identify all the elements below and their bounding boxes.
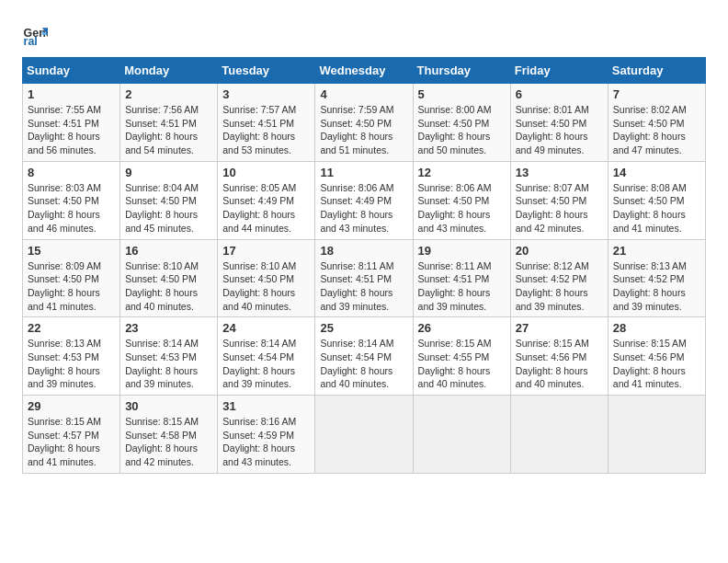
day-number: 31 bbox=[222, 399, 310, 413]
calendar-cell: 23Sunrise: 8:14 AMSunset: 4:53 PMDayligh… bbox=[120, 317, 218, 396]
day-detail: Sunrise: 8:11 AMSunset: 4:51 PMDaylight:… bbox=[320, 259, 407, 314]
day-number: 7 bbox=[613, 87, 700, 101]
day-detail: Sunrise: 8:13 AMSunset: 4:53 PMDaylight:… bbox=[28, 337, 115, 391]
day-number: 4 bbox=[320, 87, 407, 101]
day-detail: Sunrise: 8:13 AMSunset: 4:52 PMDaylight:… bbox=[613, 259, 700, 314]
calendar-cell: 7Sunrise: 8:02 AMSunset: 4:50 PMDaylight… bbox=[608, 84, 705, 162]
calendar-cell: 2Sunrise: 7:56 AMSunset: 4:51 PMDaylight… bbox=[120, 84, 218, 162]
calendar-cell: 11Sunrise: 8:06 AMSunset: 4:49 PMDayligh… bbox=[315, 161, 413, 239]
calendar-cell: 30Sunrise: 8:15 AMSunset: 4:58 PMDayligh… bbox=[120, 396, 218, 474]
svg-text:ral: ral bbox=[24, 35, 38, 48]
day-number: 29 bbox=[28, 399, 115, 413]
day-number: 22 bbox=[28, 321, 115, 335]
day-detail: Sunrise: 8:15 AMSunset: 4:56 PMDaylight:… bbox=[516, 337, 603, 391]
calendar-week-row: 22Sunrise: 8:13 AMSunset: 4:53 PMDayligh… bbox=[23, 317, 706, 396]
calendar-cell: 25Sunrise: 8:14 AMSunset: 4:54 PMDayligh… bbox=[315, 317, 413, 396]
calendar-cell: 15Sunrise: 8:09 AMSunset: 4:50 PMDayligh… bbox=[23, 239, 120, 317]
day-detail: Sunrise: 8:15 AMSunset: 4:57 PMDaylight:… bbox=[28, 415, 115, 469]
day-detail: Sunrise: 7:59 AMSunset: 4:50 PMDaylight:… bbox=[320, 103, 407, 157]
calendar-cell bbox=[413, 396, 510, 474]
day-number: 21 bbox=[613, 244, 700, 258]
header-day-monday: Monday bbox=[120, 58, 218, 84]
calendar-cell: 1Sunrise: 7:55 AMSunset: 4:51 PMDaylight… bbox=[23, 84, 120, 162]
day-detail: Sunrise: 8:10 AMSunset: 4:50 PMDaylight:… bbox=[222, 259, 310, 314]
calendar-cell: 19Sunrise: 8:11 AMSunset: 4:51 PMDayligh… bbox=[413, 239, 510, 317]
calendar-cell: 26Sunrise: 8:15 AMSunset: 4:55 PMDayligh… bbox=[413, 317, 510, 396]
day-detail: Sunrise: 7:57 AMSunset: 4:51 PMDaylight:… bbox=[222, 103, 310, 157]
calendar-week-row: 8Sunrise: 8:03 AMSunset: 4:50 PMDaylight… bbox=[23, 161, 706, 239]
calendar-cell: 14Sunrise: 8:08 AMSunset: 4:50 PMDayligh… bbox=[608, 161, 705, 239]
day-number: 13 bbox=[516, 166, 603, 179]
calendar-cell: 22Sunrise: 8:13 AMSunset: 4:53 PMDayligh… bbox=[23, 317, 120, 396]
day-detail: Sunrise: 8:00 AMSunset: 4:50 PMDaylight:… bbox=[418, 103, 506, 157]
header-day-friday: Friday bbox=[510, 58, 608, 84]
logo: Gene ral bbox=[22, 22, 51, 48]
day-number: 23 bbox=[125, 321, 212, 335]
calendar-cell: 12Sunrise: 8:06 AMSunset: 4:50 PMDayligh… bbox=[413, 161, 510, 239]
calendar-week-row: 1Sunrise: 7:55 AMSunset: 4:51 PMDaylight… bbox=[23, 84, 706, 162]
day-number: 28 bbox=[613, 321, 700, 335]
day-number: 17 bbox=[222, 244, 310, 258]
day-detail: Sunrise: 8:02 AMSunset: 4:50 PMDaylight:… bbox=[613, 103, 700, 157]
day-number: 8 bbox=[28, 166, 115, 179]
day-number: 16 bbox=[125, 244, 212, 258]
calendar-cell: 18Sunrise: 8:11 AMSunset: 4:51 PMDayligh… bbox=[315, 239, 413, 317]
calendar-cell: 17Sunrise: 8:10 AMSunset: 4:50 PMDayligh… bbox=[218, 239, 315, 317]
day-number: 6 bbox=[516, 87, 603, 101]
day-detail: Sunrise: 8:07 AMSunset: 4:50 PMDaylight:… bbox=[516, 181, 603, 236]
day-detail: Sunrise: 8:06 AMSunset: 4:49 PMDaylight:… bbox=[320, 181, 407, 236]
day-number: 18 bbox=[320, 244, 407, 258]
calendar-cell: 16Sunrise: 8:10 AMSunset: 4:50 PMDayligh… bbox=[120, 239, 218, 317]
header-day-thursday: Thursday bbox=[413, 58, 510, 84]
day-number: 12 bbox=[418, 166, 506, 179]
day-number: 15 bbox=[28, 244, 115, 258]
page-header: Gene ral bbox=[22, 18, 706, 48]
day-detail: Sunrise: 7:56 AMSunset: 4:51 PMDaylight:… bbox=[125, 103, 212, 157]
day-detail: Sunrise: 8:01 AMSunset: 4:50 PMDaylight:… bbox=[516, 103, 603, 157]
calendar-cell: 29Sunrise: 8:15 AMSunset: 4:57 PMDayligh… bbox=[23, 396, 120, 474]
calendar-week-row: 29Sunrise: 8:15 AMSunset: 4:57 PMDayligh… bbox=[23, 396, 706, 474]
day-detail: Sunrise: 8:15 AMSunset: 4:55 PMDaylight:… bbox=[418, 337, 506, 391]
day-detail: Sunrise: 8:14 AMSunset: 4:54 PMDaylight:… bbox=[222, 337, 310, 391]
day-detail: Sunrise: 8:04 AMSunset: 4:50 PMDaylight:… bbox=[125, 181, 212, 236]
day-detail: Sunrise: 8:15 AMSunset: 4:58 PMDaylight:… bbox=[125, 415, 212, 469]
day-detail: Sunrise: 8:11 AMSunset: 4:51 PMDaylight:… bbox=[418, 259, 506, 314]
day-number: 20 bbox=[516, 244, 603, 258]
calendar-cell: 6Sunrise: 8:01 AMSunset: 4:50 PMDaylight… bbox=[510, 84, 608, 162]
day-detail: Sunrise: 8:05 AMSunset: 4:49 PMDaylight:… bbox=[222, 181, 310, 236]
calendar-cell bbox=[315, 396, 413, 474]
day-detail: Sunrise: 8:06 AMSunset: 4:50 PMDaylight:… bbox=[418, 181, 506, 236]
day-number: 3 bbox=[222, 87, 310, 101]
calendar-cell: 10Sunrise: 8:05 AMSunset: 4:49 PMDayligh… bbox=[218, 161, 315, 239]
calendar-cell: 20Sunrise: 8:12 AMSunset: 4:52 PMDayligh… bbox=[510, 239, 608, 317]
calendar-cell: 13Sunrise: 8:07 AMSunset: 4:50 PMDayligh… bbox=[510, 161, 608, 239]
day-detail: Sunrise: 8:12 AMSunset: 4:52 PMDaylight:… bbox=[516, 259, 603, 314]
day-detail: Sunrise: 8:16 AMSunset: 4:59 PMDaylight:… bbox=[222, 415, 310, 469]
calendar-cell bbox=[510, 396, 608, 474]
day-number: 14 bbox=[613, 166, 700, 179]
day-number: 25 bbox=[320, 321, 407, 335]
logo-icon: Gene ral bbox=[22, 22, 48, 48]
calendar-cell: 3Sunrise: 7:57 AMSunset: 4:51 PMDaylight… bbox=[218, 84, 315, 162]
day-detail: Sunrise: 8:09 AMSunset: 4:50 PMDaylight:… bbox=[28, 259, 115, 314]
calendar-cell: 28Sunrise: 8:15 AMSunset: 4:56 PMDayligh… bbox=[608, 317, 705, 396]
calendar-cell: 5Sunrise: 8:00 AMSunset: 4:50 PMDaylight… bbox=[413, 84, 510, 162]
day-number: 10 bbox=[222, 166, 310, 179]
calendar-cell: 21Sunrise: 8:13 AMSunset: 4:52 PMDayligh… bbox=[608, 239, 705, 317]
day-detail: Sunrise: 8:03 AMSunset: 4:50 PMDaylight:… bbox=[28, 181, 115, 236]
header-day-tuesday: Tuesday bbox=[218, 58, 315, 84]
calendar-cell: 24Sunrise: 8:14 AMSunset: 4:54 PMDayligh… bbox=[218, 317, 315, 396]
day-number: 1 bbox=[28, 87, 115, 101]
day-number: 5 bbox=[418, 87, 506, 101]
calendar-cell: 8Sunrise: 8:03 AMSunset: 4:50 PMDaylight… bbox=[23, 161, 120, 239]
day-number: 30 bbox=[125, 399, 212, 413]
day-number: 9 bbox=[125, 166, 212, 179]
day-detail: Sunrise: 8:08 AMSunset: 4:50 PMDaylight:… bbox=[613, 181, 700, 236]
calendar-header-row: SundayMondayTuesdayWednesdayThursdayFrid… bbox=[23, 58, 706, 84]
calendar-cell: 27Sunrise: 8:15 AMSunset: 4:56 PMDayligh… bbox=[510, 317, 608, 396]
header-day-saturday: Saturday bbox=[608, 58, 705, 84]
calendar-cell bbox=[608, 396, 705, 474]
header-day-sunday: Sunday bbox=[23, 58, 120, 84]
calendar-table: SundayMondayTuesdayWednesdayThursdayFrid… bbox=[22, 57, 706, 474]
calendar-cell: 31Sunrise: 8:16 AMSunset: 4:59 PMDayligh… bbox=[218, 396, 315, 474]
